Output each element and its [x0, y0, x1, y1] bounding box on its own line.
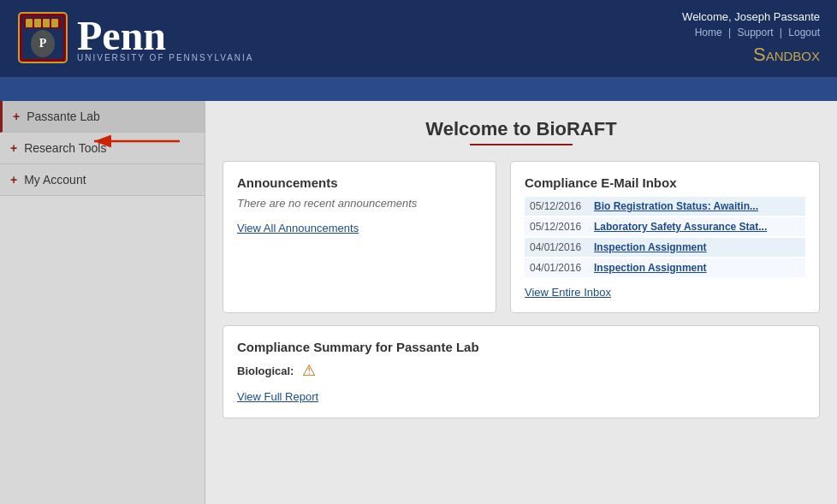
inbox-table: 05/12/2016 Bio Registration Status: Awai…	[525, 197, 805, 277]
sandbox-label: Sandbox	[682, 44, 820, 66]
page-title: Welcome to BioRAFT	[223, 118, 820, 145]
view-all-announcements-link[interactable]: View All Announcements	[237, 222, 359, 234]
inbox-date: 05/12/2016	[530, 221, 594, 233]
svg-rect-5	[43, 19, 50, 27]
svg-rect-6	[51, 19, 58, 27]
inbox-subject-link[interactable]: Inspection Assignment	[594, 241, 707, 253]
inbox-card: Compliance E-Mail Inbox 05/12/2016 Bio R…	[510, 161, 820, 313]
expand-icon: +	[10, 173, 17, 187]
table-row: 05/12/2016 Bio Registration Status: Awai…	[525, 197, 805, 216]
main-wrapper: + Passante Lab + Research Tools + My Acc…	[0, 101, 837, 504]
sidebar-item-research-tools[interactable]: + Research Tools	[0, 133, 205, 164]
biological-row: Biological: ⚠	[237, 361, 805, 380]
announcements-title: Announcements	[237, 175, 482, 190]
compliance-summary-title: Compliance Summary for Passante Lab	[237, 340, 805, 354]
header-right: Welcome, Joseph Passante Home | Support …	[682, 10, 820, 66]
welcome-text: Welcome, Joseph Passante	[682, 10, 820, 23]
view-full-report-link[interactable]: View Full Report	[237, 390, 318, 403]
sidebar-item-label-passante: Passante Lab	[27, 110, 100, 123]
home-link[interactable]: Home	[695, 27, 722, 39]
inbox-date: 04/01/2016	[530, 241, 594, 253]
inbox-subject-link[interactable]: Bio Registration Status: Awaitin...	[594, 200, 758, 212]
sidebar-item-label-account: My Account	[24, 173, 86, 187]
svg-rect-4	[34, 19, 41, 27]
logo-area: P Penn University of Pennsylvania	[17, 11, 253, 67]
sidebar: + Passante Lab + Research Tools + My Acc…	[0, 101, 205, 504]
biological-label: Biological:	[237, 365, 294, 377]
announcements-card: Announcements There are no recent announ…	[223, 161, 496, 313]
support-link[interactable]: Support	[737, 27, 773, 39]
inbox-subject-link[interactable]: Inspection Assignment	[594, 262, 707, 274]
svg-rect-3	[26, 19, 33, 27]
header-links: Home | Support | Logout	[682, 27, 820, 39]
inbox-title: Compliance E-Mail Inbox	[525, 175, 805, 190]
penn-shield-icon: P	[17, 11, 68, 67]
inbox-date: 04/01/2016	[530, 262, 594, 274]
inbox-date: 05/12/2016	[530, 200, 594, 212]
view-entire-inbox-link[interactable]: View Entire Inbox	[525, 286, 805, 299]
table-row: 05/12/2016 Laboratory Safety Assurance S…	[525, 217, 805, 236]
inbox-subject-link[interactable]: Laboratory Safety Assurance Stat...	[594, 221, 767, 233]
content-area: Welcome to BioRAFT Announcements There a…	[205, 101, 837, 504]
sidebar-item-label-research: Research Tools	[24, 141, 106, 155]
expand-icon: +	[13, 110, 20, 123]
warning-icon: ⚠	[302, 361, 316, 380]
sidebar-item-my-account[interactable]: + My Account	[0, 164, 205, 196]
table-row: 04/01/2016 Inspection Assignment	[525, 258, 805, 277]
header: P Penn University of Pennsylvania Welcom…	[0, 0, 837, 77]
table-row: 04/01/2016 Inspection Assignment	[525, 238, 805, 257]
svg-text:P: P	[39, 37, 47, 50]
logout-link[interactable]: Logout	[788, 27, 820, 39]
nav-bar	[0, 77, 837, 101]
penn-name: Penn	[77, 15, 253, 56]
penn-subtitle: University of Pennsylvania	[77, 53, 253, 62]
expand-icon: +	[10, 141, 17, 155]
sidebar-item-passante-lab[interactable]: + Passante Lab	[0, 101, 205, 133]
cards-row: Announcements There are no recent announ…	[223, 161, 820, 313]
compliance-summary-card: Compliance Summary for Passante Lab Biol…	[223, 325, 820, 418]
no-announcements-text: There are no recent announcements	[237, 197, 482, 210]
